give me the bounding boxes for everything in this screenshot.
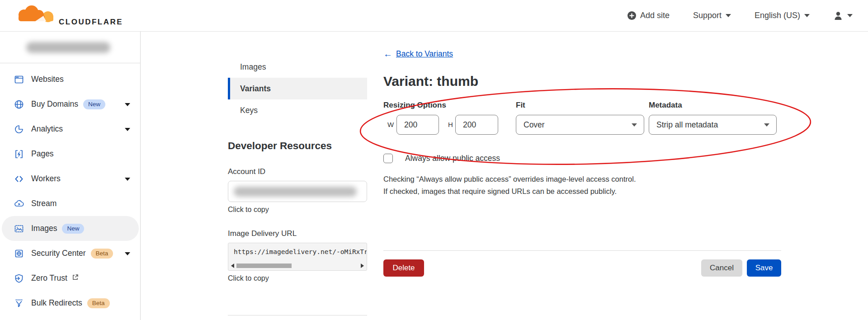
external-link-icon <box>72 274 79 282</box>
sidebar-item-label: Analytics <box>31 124 63 134</box>
sidebar-item-stream[interactable]: Stream <box>0 191 140 216</box>
account-id-field[interactable] <box>228 181 367 202</box>
image-icon <box>14 223 24 234</box>
chevron-down-icon <box>847 14 853 17</box>
delete-button[interactable]: Delete <box>383 259 424 277</box>
sidebar-item-pages[interactable]: Pages <box>0 141 140 166</box>
note-line-2: If checked, images that require signed U… <box>383 185 781 198</box>
header-actions: Add site Support English (US) <box>627 11 853 21</box>
new-badge: New <box>62 224 84 234</box>
delivery-url-copy-link[interactable]: Click to copy <box>228 274 367 282</box>
scroll-left-icon[interactable] <box>231 264 234 268</box>
sidebar-item-bulk-redirects[interactable]: Bulk Redirects Beta <box>0 291 140 315</box>
sidebar-item-websites[interactable]: Websites <box>0 67 140 92</box>
add-site-button[interactable]: Add site <box>627 11 670 20</box>
sidebar-item-analytics[interactable]: Analytics <box>0 117 140 141</box>
back-to-variants-link[interactable]: ← Back to Variants <box>383 49 781 59</box>
delivery-url-value: https://imagedelivery.net/-oMiRxTr <box>228 243 367 255</box>
user-icon <box>833 11 843 21</box>
chevron-down-icon[interactable] <box>125 252 130 255</box>
lightning-icon <box>14 149 24 160</box>
user-account-menu[interactable] <box>833 11 853 21</box>
sidebar-item-security-center[interactable]: Security Center Beta <box>0 241 140 266</box>
language-label: English (US) <box>755 11 800 20</box>
resizing-options-label: Resizing Options <box>383 101 446 110</box>
scroll-right-icon[interactable] <box>361 264 364 268</box>
form-labels-row: Resizing Options Fit Metadata <box>383 101 781 111</box>
metadata-label: Metadata <box>649 101 682 110</box>
language-menu[interactable]: English (US) <box>755 11 810 20</box>
primary-sidebar: Websites Buy Domains New Analytics <box>0 32 141 320</box>
sidebar-item-label: Websites <box>31 75 64 84</box>
cloudflare-logo[interactable]: CLOUDFLARE <box>8 4 123 28</box>
add-site-label: Add site <box>640 11 670 20</box>
sidebar-item-images[interactable]: Images New <box>2 216 139 241</box>
fit-dropdown[interactable]: Cover <box>516 115 644 135</box>
subnav-tab-keys[interactable]: Keys <box>228 99 367 121</box>
form-controls-row: W H Cover Strip all metadata <box>383 115 781 135</box>
code-brackets-icon <box>14 174 24 184</box>
chevron-down-icon <box>632 123 637 127</box>
public-access-checkbox[interactable] <box>383 154 393 163</box>
public-access-label: Always allow public access <box>405 154 500 163</box>
browser-icon <box>14 74 24 85</box>
support-menu[interactable]: Support <box>693 11 731 20</box>
account-name-redacted <box>26 42 110 53</box>
sidebar-item-label: Zero Trust <box>31 273 67 283</box>
account-id-label: Account ID <box>228 167 367 176</box>
chevron-down-icon <box>804 14 810 17</box>
sidebar-item-buy-domains[interactable]: Buy Domains New <box>0 92 140 117</box>
height-label: H <box>448 121 453 128</box>
chevron-down-icon <box>726 14 731 17</box>
subnav-tab-images[interactable]: Images <box>228 56 367 78</box>
plus-circle-icon <box>627 11 636 20</box>
beta-badge: Beta <box>87 298 110 308</box>
public-access-note: Checking “Always allow public access” ov… <box>383 173 781 198</box>
note-line-1: Checking “Always allow public access” ov… <box>383 173 781 185</box>
account-id-copy-link[interactable]: Click to copy <box>228 206 367 214</box>
globe-icon <box>14 99 24 110</box>
subnav-divider <box>228 315 367 315</box>
save-button[interactable]: Save <box>747 259 781 277</box>
sidebar-item-label: Bulk Redirects <box>31 298 82 308</box>
pie-chart-icon <box>14 124 24 135</box>
public-access-row: Always allow public access <box>383 154 781 163</box>
action-buttons: Delete Cancel Save <box>383 259 781 277</box>
fit-label: Fit <box>516 101 525 110</box>
sidebar-item-workers[interactable]: Workers <box>0 166 140 191</box>
delivery-url-label: Image Delivery URL <box>228 229 367 238</box>
cancel-button[interactable]: Cancel <box>701 259 742 277</box>
sidebar-item-label: Workers <box>31 174 61 184</box>
scrollbar-thumb[interactable] <box>236 264 292 268</box>
new-badge: New <box>83 99 105 109</box>
chevron-down-icon[interactable] <box>125 103 130 106</box>
cloudflare-dashboard: CLOUDFLARE Add site Support English (US) <box>0 0 868 320</box>
chevron-down-icon[interactable] <box>125 178 130 181</box>
support-label: Support <box>693 11 722 20</box>
vault-icon <box>14 248 24 259</box>
delivery-url-field[interactable]: https://imagedelivery.net/-oMiRxTr <box>228 243 367 271</box>
sidebar-item-label: Stream <box>31 199 57 208</box>
sidebar-item-label: Pages <box>31 149 54 159</box>
cloudflare-cloud-icon <box>8 4 62 28</box>
developer-resources-title: Developer Resources <box>228 140 367 152</box>
account-id-redacted <box>234 187 357 197</box>
sidebar-item-zero-trust[interactable]: Zero Trust <box>0 266 140 291</box>
account-name-header[interactable] <box>0 32 140 63</box>
top-header: CLOUDFLARE Add site Support English (US) <box>0 0 868 32</box>
chevron-down-icon[interactable] <box>125 128 130 131</box>
subnav-tabs: Images Variants Keys <box>228 56 367 121</box>
horizontal-scrollbar[interactable] <box>228 263 367 269</box>
subnav-tab-variants[interactable]: Variants <box>228 78 367 99</box>
sidebar-menu: Websites Buy Domains New Analytics <box>0 63 140 315</box>
metadata-selected-value: Strip all metadata <box>656 120 718 130</box>
fit-selected-value: Cover <box>524 120 545 130</box>
width-input[interactable] <box>396 115 439 135</box>
sidebar-item-label: Security Center <box>31 249 86 258</box>
shield-arrow-icon <box>14 273 24 284</box>
chevron-down-icon <box>764 123 769 127</box>
height-input[interactable] <box>455 115 498 135</box>
sidebar-item-label: Images <box>31 224 57 233</box>
funnel-icon <box>14 298 24 309</box>
metadata-dropdown[interactable]: Strip all metadata <box>649 115 777 135</box>
